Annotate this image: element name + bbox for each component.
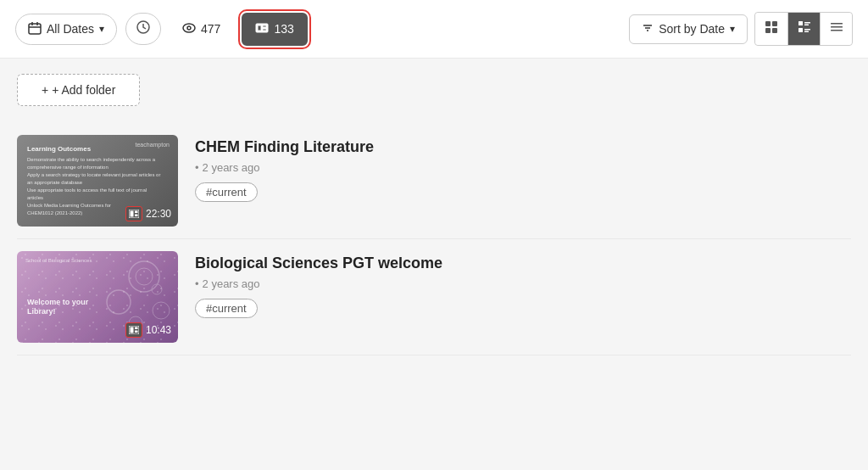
- svg-rect-0: [29, 24, 41, 34]
- grid-view-button[interactable]: [755, 13, 787, 45]
- svg-point-25: [129, 261, 159, 292]
- media-thumbnail[interactable]: School of Biological Sciences Welcome to…: [17, 251, 178, 343]
- media-type-icon: [125, 322, 142, 338]
- thumb-brand: teachampton: [136, 142, 170, 148]
- thumb-brand: School of Biological Sciences: [25, 258, 92, 263]
- svg-rect-19: [831, 26, 843, 28]
- media-item: School of Biological Sciences Welcome to…: [17, 239, 851, 355]
- svg-rect-5: [258, 25, 261, 31]
- media-count-button[interactable]: 133: [242, 13, 307, 46]
- svg-rect-7: [263, 29, 266, 31]
- duration-text: 22:30: [146, 208, 171, 220]
- eye-icon: [182, 21, 196, 37]
- svg-rect-16: [804, 29, 810, 31]
- media-type-icon: [125, 206, 142, 221]
- svg-rect-9: [772, 21, 777, 26]
- svg-point-26: [136, 268, 153, 285]
- clock-filter-button[interactable]: [125, 13, 161, 45]
- list-large-view-button[interactable]: [787, 13, 820, 45]
- svg-point-2: [183, 24, 195, 32]
- view-mode-group: [754, 12, 853, 46]
- list-compact-icon: [830, 20, 843, 37]
- svg-rect-17: [804, 31, 809, 33]
- sort-button[interactable]: Sort by Date ▾: [629, 14, 748, 44]
- svg-rect-13: [804, 22, 810, 24]
- svg-point-27: [107, 290, 131, 314]
- svg-rect-34: [135, 331, 138, 333]
- media-duration: 10:43: [125, 322, 171, 338]
- sort-label: Sort by Date: [659, 22, 725, 36]
- svg-rect-33: [135, 327, 138, 330]
- toolbar: All Dates ▾ 477: [0, 0, 868, 59]
- sort-icon: [642, 22, 654, 36]
- svg-rect-18: [831, 23, 843, 25]
- grid-icon: [765, 20, 778, 37]
- svg-rect-11: [772, 28, 777, 33]
- media-tag[interactable]: #current: [195, 299, 258, 318]
- svg-rect-6: [263, 25, 266, 27]
- add-folder-label: + Add folder: [52, 83, 115, 97]
- add-folder-button[interactable]: + + Add folder: [17, 74, 140, 106]
- media-duration: 22:30: [125, 206, 171, 221]
- views-count-button[interactable]: 477: [170, 14, 233, 45]
- svg-rect-23: [135, 211, 138, 214]
- duration-text: 10:43: [146, 324, 171, 336]
- media-info: CHEM Finding Literature 2 years ago #cur…: [195, 135, 851, 202]
- media-box-icon: [255, 21, 269, 37]
- calendar-icon: [28, 21, 42, 37]
- media-info: Biological Sciences PGT welcome 2 years …: [195, 251, 851, 318]
- svg-point-28: [153, 302, 170, 319]
- media-thumbnail[interactable]: teachampton Learning Outcomes Demonstrat…: [17, 135, 178, 227]
- svg-point-3: [187, 26, 191, 30]
- media-title[interactable]: Biological Sciences PGT welcome: [195, 255, 851, 272]
- media-tag[interactable]: #current: [195, 182, 258, 202]
- svg-rect-32: [130, 327, 133, 333]
- svg-rect-12: [798, 21, 803, 25]
- media-date: 2 years ago: [195, 161, 851, 174]
- svg-rect-22: [130, 211, 133, 217]
- date-filter-button[interactable]: All Dates ▾: [15, 14, 117, 45]
- views-count: 477: [201, 22, 220, 36]
- chevron-down-icon: ▾: [99, 23, 104, 35]
- svg-rect-8: [765, 21, 771, 26]
- svg-rect-15: [798, 28, 803, 32]
- sort-chevron-icon: ▾: [730, 23, 735, 35]
- svg-rect-20: [831, 30, 843, 31]
- thumb-welcome: Welcome to yourLibrary!: [27, 298, 88, 317]
- media-date: 2 years ago: [195, 277, 851, 290]
- date-filter-label: All Dates: [47, 22, 94, 36]
- clock-icon: [136, 20, 150, 37]
- list-large-icon: [798, 20, 811, 37]
- svg-rect-14: [804, 25, 809, 26]
- media-list: teachampton Learning Outcomes Demonstrat…: [17, 123, 851, 355]
- svg-rect-10: [765, 28, 771, 33]
- plus-icon: +: [42, 83, 48, 97]
- content-area: + + Add folder teachampton Learning Outc…: [0, 59, 868, 371]
- media-title[interactable]: CHEM Finding Literature: [195, 138, 851, 156]
- svg-rect-24: [135, 215, 138, 217]
- list-compact-view-button[interactable]: [820, 13, 852, 45]
- media-item: teachampton Learning Outcomes Demonstrat…: [17, 123, 851, 239]
- media-count: 133: [274, 22, 293, 36]
